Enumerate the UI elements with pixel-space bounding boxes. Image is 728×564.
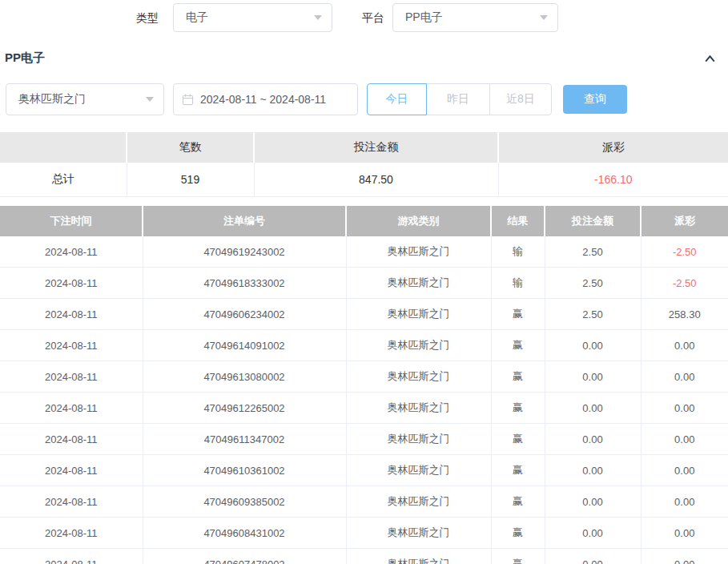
result-cell: 赢 xyxy=(491,361,545,393)
game-type-cell: 奥林匹斯之门 xyxy=(346,299,491,330)
table-row: 2024-08-11 47049618333002 奥林匹斯之门 输 2.50 … xyxy=(0,268,728,299)
game-type-cell: 奥林匹斯之门 xyxy=(346,518,491,549)
game-select[interactable]: 奥林匹斯之门 xyxy=(6,83,164,115)
bet-amount-cell: 2.50 xyxy=(545,236,641,268)
bet-time-cell: 2024-08-11 xyxy=(0,330,143,361)
bet-time-cell: 2024-08-11 xyxy=(0,549,143,564)
payout-cell: 0.00 xyxy=(641,455,728,486)
type-select[interactable]: 电子 xyxy=(173,3,332,32)
collapse-section-button[interactable] xyxy=(701,50,718,67)
bet-time-cell: 2024-08-11 xyxy=(0,455,143,486)
payout-cell: 0.00 xyxy=(641,361,728,393)
bet-amount-cell: 0.00 xyxy=(545,455,641,486)
date-range-input[interactable]: 2024-08-11 ~ 2024-08-11 xyxy=(173,83,358,115)
type-label: 类型 xyxy=(136,3,159,32)
table-row: 2024-08-11 47049610361002 奥林匹斯之门 赢 0.00 … xyxy=(0,455,728,486)
platform-label: 平台 xyxy=(362,3,384,32)
col-header-result: 结果 xyxy=(491,206,545,236)
payout-cell: -2.50 xyxy=(641,268,728,299)
payout-cell: 0.00 xyxy=(641,486,728,518)
game-select-value: 奥林匹斯之门 xyxy=(18,92,86,107)
chevron-down-icon xyxy=(314,15,322,20)
bet-amount-cell: 0.00 xyxy=(545,330,641,361)
table-row: 2024-08-11 47049607478002 奥林匹斯之门 赢 0.00 … xyxy=(0,549,728,564)
payout-cell: 0.00 xyxy=(641,393,728,424)
platform-select-value: PP电子 xyxy=(405,10,443,25)
summary-amount-header: 投注金额 xyxy=(254,132,498,163)
table-row: 2024-08-11 47049619243002 奥林匹斯之门 输 2.50 … xyxy=(0,236,728,268)
bet-amount-cell: 0.00 xyxy=(545,486,641,518)
order-no-cell: 47049614091002 xyxy=(143,330,346,361)
result-cell: 赢 xyxy=(491,518,545,549)
game-type-cell: 奥林匹斯之门 xyxy=(346,268,491,299)
order-no-cell: 47049608431002 xyxy=(143,518,346,549)
summary-total-row: 总计 519 847.50 -166.10 xyxy=(0,163,728,197)
bet-time-cell: 2024-08-11 xyxy=(0,236,143,268)
table-row: 2024-08-11 47049614091002 奥林匹斯之门 赢 0.00 … xyxy=(0,330,728,361)
summary-empty-header xyxy=(0,132,127,163)
bet-time-cell: 2024-08-11 xyxy=(0,486,143,518)
game-type-cell: 奥林匹斯之门 xyxy=(346,455,491,486)
col-header-bet-time: 下注时间 xyxy=(0,206,143,236)
table-row: 2024-08-11 47049609385002 奥林匹斯之门 赢 0.00 … xyxy=(0,486,728,518)
result-cell: 赢 xyxy=(491,393,545,424)
table-row: 2024-08-11 47049612265002 奥林匹斯之门 赢 0.00 … xyxy=(0,393,728,424)
order-no-cell: 47049610361002 xyxy=(143,455,346,486)
result-cell: 赢 xyxy=(491,455,545,486)
order-no-cell: 47049611347002 xyxy=(143,424,346,455)
chevron-up-icon xyxy=(703,52,717,66)
today-button[interactable]: 今日 xyxy=(367,83,427,115)
summary-count-value: 519 xyxy=(127,163,254,197)
bet-amount-cell: 0.00 xyxy=(545,361,641,393)
bet-time-cell: 2024-08-11 xyxy=(0,424,143,455)
yesterday-button[interactable]: 昨日 xyxy=(426,83,490,115)
payout-cell: 0.00 xyxy=(641,424,728,455)
platform-select[interactable]: PP电子 xyxy=(392,3,558,32)
result-cell: 赢 xyxy=(491,549,545,564)
table-row: 2024-08-11 47049606234002 奥林匹斯之门 赢 2.50 … xyxy=(0,299,728,330)
summary-count-header: 笔数 xyxy=(127,132,254,163)
game-type-cell: 奥林匹斯之门 xyxy=(346,361,491,393)
order-no-cell: 47049613080002 xyxy=(143,361,346,393)
result-cell: 赢 xyxy=(491,424,545,455)
bet-amount-cell: 2.50 xyxy=(545,268,641,299)
bet-amount-cell: 0.00 xyxy=(545,393,641,424)
order-no-cell: 47049619243002 xyxy=(143,236,346,268)
date-shortcut-group: 今日 昨日 近8日 xyxy=(367,83,552,115)
date-range-value: 2024-08-11 ~ 2024-08-11 xyxy=(200,93,326,106)
summary-payout-value: -166.10 xyxy=(498,163,728,197)
summary-amount-value: 847.50 xyxy=(254,163,498,197)
result-cell: 赢 xyxy=(491,486,545,518)
result-cell: 赢 xyxy=(491,330,545,361)
game-type-cell: 奥林匹斯之门 xyxy=(346,486,491,518)
game-type-cell: 奥林匹斯之门 xyxy=(346,424,491,455)
bet-amount-cell: 0.00 xyxy=(545,424,641,455)
game-type-cell: 奥林匹斯之门 xyxy=(346,236,491,268)
bet-time-cell: 2024-08-11 xyxy=(0,518,143,549)
bet-amount-cell: 0.00 xyxy=(545,518,641,549)
section-title: PP电子 xyxy=(5,50,45,66)
payout-cell: 0.00 xyxy=(641,549,728,564)
col-header-order-no: 注单编号 xyxy=(143,206,346,236)
payout-cell: 0.00 xyxy=(641,518,728,549)
result-cell: 赢 xyxy=(491,299,545,330)
order-no-cell: 47049612265002 xyxy=(143,393,346,424)
bet-time-cell: 2024-08-11 xyxy=(0,268,143,299)
col-header-game-type: 游戏类别 xyxy=(346,206,491,236)
game-type-cell: 奥林匹斯之门 xyxy=(346,549,491,564)
query-button[interactable]: 查询 xyxy=(563,85,627,114)
table-row: 2024-08-11 47049611347002 奥林匹斯之门 赢 0.00 … xyxy=(0,424,728,455)
bet-table: 下注时间 注单编号 游戏类别 结果 投注金额 派彩 2024-08-11 470… xyxy=(0,206,728,564)
order-no-cell: 47049609385002 xyxy=(143,486,346,518)
chevron-down-icon xyxy=(146,97,154,102)
payout-cell: 0.00 xyxy=(641,330,728,361)
bet-time-cell: 2024-08-11 xyxy=(0,299,143,330)
bet-table-header-row: 下注时间 注单编号 游戏类别 结果 投注金额 派彩 xyxy=(0,206,728,236)
bet-amount-cell: 0.00 xyxy=(545,549,641,564)
order-no-cell: 47049618333002 xyxy=(143,268,346,299)
summary-payout-header: 派彩 xyxy=(498,132,728,163)
bet-time-cell: 2024-08-11 xyxy=(0,361,143,393)
type-select-value: 电子 xyxy=(186,10,208,25)
last-8-days-button[interactable]: 近8日 xyxy=(489,83,552,115)
summary-header-row: 笔数 投注金额 派彩 xyxy=(0,132,728,163)
